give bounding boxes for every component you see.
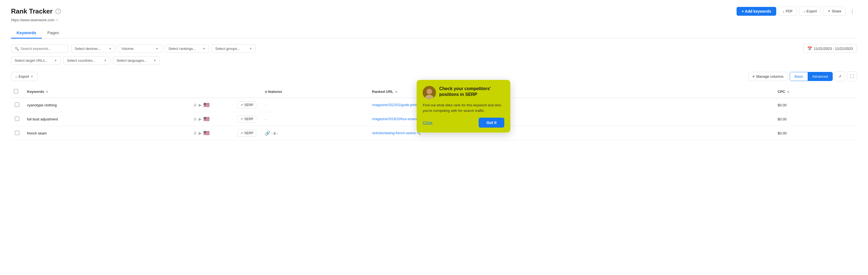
flag-icon: 🇺🇸 xyxy=(204,102,210,108)
rankings-filter[interactable]: Select rankings... ▼ xyxy=(165,44,209,53)
page-title: Rank Tracker xyxy=(11,7,53,15)
expand-icon: ⛶ xyxy=(850,74,854,79)
search-input-wrapper[interactable]: 🔍 xyxy=(11,44,68,53)
chevron-down-icon: ▼ xyxy=(104,59,106,62)
tab-pages[interactable]: Pages xyxy=(42,28,65,38)
keyword-cell: cyanotype clothing xyxy=(23,98,189,112)
row-icons: 🖥 ▶ 🇺🇸 xyxy=(193,102,229,108)
chevron-down-icon: ▼ xyxy=(156,47,158,50)
keyword-cell: french seam xyxy=(23,126,189,140)
flag-icon: 🇺🇸 xyxy=(204,116,210,122)
row-checkbox-cell[interactable] xyxy=(11,98,23,112)
chain-icon: 🔗 xyxy=(265,131,270,135)
serp-button[interactable]: ↗ SERP xyxy=(237,101,256,109)
row-checkbox[interactable] xyxy=(15,117,19,121)
cpc-column-header[interactable]: CPC ⇅ xyxy=(774,86,857,98)
filters-row-1: 🔍 Select devices... ▼ Volume ▼ Select ra… xyxy=(11,44,857,53)
got-it-button[interactable]: Got it xyxy=(478,118,504,128)
export-icon: ↓ xyxy=(803,9,805,13)
view-toggle: Basic Advanced xyxy=(790,72,833,81)
chart-view-button[interactable]: ↗ xyxy=(835,71,845,81)
serp-cell[interactable]: ↗ SERP xyxy=(234,126,261,140)
calendar-icon: 📅 xyxy=(807,46,812,51)
countries-filter[interactable]: Select countries... ▼ xyxy=(63,56,110,65)
monitor-icon: 🖥 xyxy=(193,103,197,107)
chevron-down-icon: ▼ xyxy=(203,47,205,50)
sort-icon: ⇅ xyxy=(395,90,397,93)
download-icon: ↓ xyxy=(15,74,17,79)
pdf-icon: ↓ xyxy=(782,9,784,13)
row-checkbox[interactable] xyxy=(15,131,19,135)
row-checkbox[interactable] xyxy=(15,102,19,107)
monitor-icon: 🖥 xyxy=(193,131,197,135)
keyword-column-header[interactable]: Keywords ⇅ xyxy=(23,86,189,98)
serp-cell[interactable]: ↗ SERP xyxy=(234,98,261,112)
trend-icon: ↗ xyxy=(240,131,243,135)
filters-row-2: Select target URLs... ▼ Select countries… xyxy=(11,56,857,65)
languages-filter[interactable]: Select languages... ▼ xyxy=(113,56,160,65)
trend-icon: ↗ xyxy=(838,74,841,79)
select-all-checkbox[interactable] xyxy=(14,89,18,93)
manage-columns-button[interactable]: ≡ Manage columns xyxy=(748,72,788,81)
expand-button[interactable]: ⛶ xyxy=(847,71,857,81)
devices-column-header xyxy=(189,86,234,98)
subtitle-url: https://www.seamwork.com ↗ xyxy=(11,18,857,22)
avatar xyxy=(423,86,436,99)
search-icon: 🔍 xyxy=(14,47,19,51)
volume-filter[interactable]: Volume ▼ xyxy=(118,44,162,53)
toolbar-left: ↓ Export ▼ xyxy=(11,72,37,81)
add-keywords-button[interactable]: + Add keywords xyxy=(737,7,776,16)
row-checkbox-cell[interactable] xyxy=(11,112,23,126)
devices-filter[interactable]: Select devices... ▼ xyxy=(71,44,115,53)
features-cell: - xyxy=(261,112,368,126)
chevron-down-icon: ▼ xyxy=(54,59,57,62)
row-icons-cell: 🖥 ▶ 🇺🇸 xyxy=(189,98,234,112)
features-column-header[interactable]: o features xyxy=(261,86,368,98)
row-checkbox-cell[interactable] xyxy=(11,126,23,140)
help-icon[interactable]: ? xyxy=(55,8,61,14)
tooltip-header: Check your competitors' positions in SER… xyxy=(423,86,504,99)
tooltip-title: Check your competitors' positions in SER… xyxy=(439,86,504,97)
columns-icon: ≡ xyxy=(752,74,755,79)
serp-column-header xyxy=(234,86,261,98)
row-icons-cell: 🖥 ▶ 🇺🇸 xyxy=(189,126,234,140)
chevron-down-icon: ▼ xyxy=(249,47,252,50)
chevron-down-icon: ▼ xyxy=(31,75,33,78)
cpc-cell: $0.00 xyxy=(774,112,857,126)
search-keywords-input[interactable] xyxy=(21,47,65,51)
features-cell: - xyxy=(261,98,368,112)
select-all-header[interactable] xyxy=(11,86,23,98)
play-icon: ▶ xyxy=(199,117,202,121)
features-cell: 🔗 - 9 - xyxy=(261,126,368,140)
row-icons: 🖥 ▶ 🇺🇸 xyxy=(193,116,229,122)
keyword-cell: full bust adjustment xyxy=(23,112,189,126)
tooltip-close-button[interactable]: Close xyxy=(423,120,433,125)
tab-keywords[interactable]: Keywords xyxy=(11,28,42,38)
target-urls-filter[interactable]: Select target URLs... ▼ xyxy=(11,56,61,65)
advanced-view-button[interactable]: Advanced xyxy=(808,72,833,81)
serp-button[interactable]: ↗ SERP xyxy=(237,129,256,137)
cpc-cell: $0.00 xyxy=(774,98,857,112)
toolbar-right: ≡ Manage columns Basic Advanced ↗ ⛶ xyxy=(748,71,857,81)
chevron-down-icon: ▼ xyxy=(109,47,112,50)
pdf-button[interactable]: ↓ PDF xyxy=(778,7,797,16)
date-range-filter[interactable]: 📅 11/21/2023 - 11/21/2023 xyxy=(803,44,857,53)
basic-view-button[interactable]: Basic xyxy=(790,72,808,81)
share-icon: ↗ xyxy=(827,9,830,13)
serp-cell[interactable]: ↗ SERP xyxy=(234,112,261,126)
flag-icon: 🇺🇸 xyxy=(204,130,210,136)
play-icon: ▶ xyxy=(199,103,202,107)
export-button[interactable]: ↓ Export xyxy=(799,7,821,16)
row-icons: 🖥 ▶ 🇺🇸 xyxy=(193,130,229,136)
more-options-icon[interactable]: ⋮ xyxy=(847,7,857,16)
tooltip-footer: Close Got it xyxy=(423,118,504,128)
monitor-icon: 🖥 xyxy=(193,117,197,121)
export-data-button[interactable]: ↓ Export ▼ xyxy=(11,72,37,81)
external-link-icon: ↗ xyxy=(56,18,58,22)
groups-filter[interactable]: Select groups... ▼ xyxy=(212,44,256,53)
play-icon: ▶ xyxy=(199,131,202,135)
serp-button[interactable]: ↗ SERP xyxy=(237,116,256,123)
svg-point-3 xyxy=(427,89,432,94)
share-button[interactable]: ↗ Share xyxy=(823,7,845,16)
row-icons-cell: 🖥 ▶ 🇺🇸 xyxy=(189,112,234,126)
